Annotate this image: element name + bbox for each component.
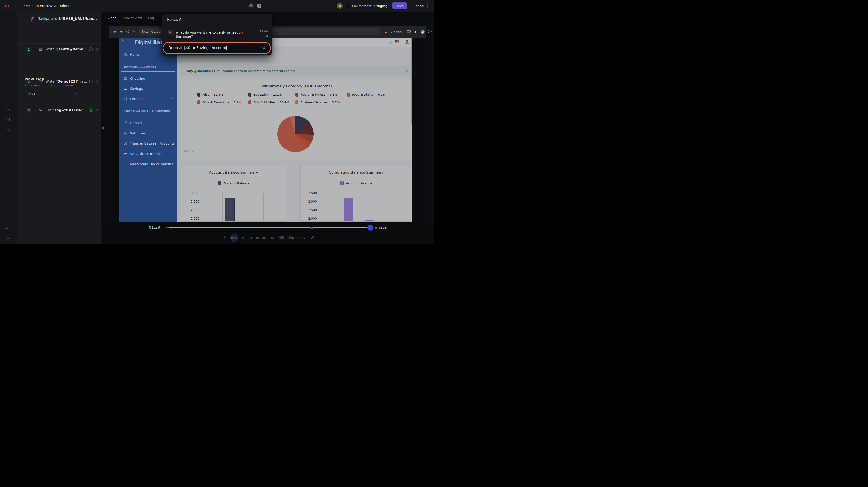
select-chevrons-icon — [75, 93, 77, 96]
cx-logo[interactable]: cx — [5, 3, 9, 8]
breadcrumb-tests-link[interactable]: Tests — [22, 4, 30, 8]
step-text: Click — [45, 108, 55, 112]
bank-nav-withdraw[interactable]: Withdraw — [119, 130, 177, 136]
bug-icon[interactable] — [249, 4, 253, 8]
legend-name: Bills & Utilities — [254, 100, 275, 104]
external-link-icon — [124, 97, 127, 100]
speed-0.5x[interactable]: 0.5x — [230, 234, 238, 242]
bank-nav-label: Checking — [130, 77, 145, 81]
check-circle-icon[interactable] — [89, 108, 93, 112]
legend-value: 5.2% — [332, 100, 340, 104]
speed-1x[interactable]: 1x — [242, 236, 245, 240]
speed-16x[interactable]: 16x — [269, 236, 275, 240]
legend-swatch — [248, 93, 251, 97]
account-balance-card: Account Balance Summary Account Balance … — [181, 166, 286, 222]
bar — [225, 198, 235, 221]
chevron-down-icon[interactable] — [11, 227, 14, 230]
timeline-track[interactable] — [166, 227, 369, 228]
step-row-1[interactable]: 1 Write "jsmith@demo.i... — [17, 26, 101, 43]
reload-icon[interactable] — [126, 30, 130, 33]
bank-nav-savings[interactable]: Savings› — [119, 85, 177, 92]
gear-icon[interactable] — [5, 226, 9, 230]
environment-icon — [346, 4, 349, 8]
legend-value: 12.4% — [214, 93, 223, 96]
speed-2x[interactable]: 2x — [248, 236, 252, 240]
back-icon[interactable] — [113, 30, 117, 33]
plus-icon[interactable] — [6, 237, 10, 240]
environment-value[interactable]: Staging — [374, 4, 388, 8]
bank-user-avatar[interactable] — [404, 39, 409, 45]
chrome-browser-icon — [421, 30, 425, 34]
pencil-square-icon — [124, 77, 127, 80]
panel-resize-handle[interactable] — [102, 125, 104, 130]
gridline — [222, 193, 223, 221]
gridline — [264, 193, 264, 221]
tab-log[interactable]: Log — [148, 12, 154, 25]
pencil-icon[interactable] — [95, 80, 99, 83]
step-row-3[interactable]: 3 Click Tag="BUTTON" ... — [17, 58, 101, 72]
send-icon[interactable] — [261, 46, 266, 51]
timeline-marker[interactable] — [310, 226, 313, 229]
y-axis-tick: 2,000 — [301, 217, 317, 220]
pie-legend-item: Gifts & Donations5.1% — [197, 100, 241, 104]
timestamp-hour: 11:00 — [259, 29, 268, 34]
flask-icon[interactable] — [6, 127, 10, 131]
tab-video[interactable]: Video — [107, 12, 116, 25]
bank-scrollbar[interactable] — [410, 37, 412, 222]
video-camera-icon[interactable] — [6, 106, 10, 111]
play-icon[interactable] — [223, 236, 227, 240]
bank-sidebar: Digital Bank HomeBANKING ACCOUNTSCheckin… — [119, 37, 177, 222]
credit-card-icon — [124, 162, 127, 166]
alert-close-icon[interactable]: ✕ — [405, 69, 408, 73]
step-text-post: ... — [83, 108, 88, 112]
prompt-input-value: Deposit $40 to Savings Account — [168, 46, 226, 50]
legend-value: 6.2% — [378, 93, 385, 96]
pencil-icon[interactable] — [95, 109, 99, 112]
check-circle-icon[interactable] — [89, 80, 93, 84]
video-viewport[interactable]: Digital Bank HomeBANKING ACCOUNTSCheckin… — [109, 37, 426, 222]
us-flag-icon[interactable] — [395, 40, 399, 43]
speed-4x[interactable]: 4x — [255, 236, 259, 240]
tab-copilot-view[interactable]: Copilot view — [123, 12, 142, 25]
pie-legend-item: Food & Dining6.2% — [347, 93, 385, 97]
timeline-handle[interactable] — [367, 224, 373, 231]
command-select[interactable]: Click — [25, 91, 81, 98]
forward-icon[interactable] — [119, 30, 123, 33]
info-icon[interactable] — [428, 30, 432, 34]
legend-value: 13.3% — [273, 93, 283, 96]
cancel-button[interactable]: Cancel — [410, 2, 428, 9]
bar — [344, 198, 353, 221]
navigate-step-row[interactable]: Navigate to ${BASE_URL}/ban... — [17, 12, 101, 26]
breadcrumb-separator: › — [32, 4, 33, 7]
bank-nav-label: Withdraw — [130, 131, 146, 135]
avatar[interactable]: B — [337, 3, 343, 9]
bank-logo-light: Digital — [135, 40, 153, 45]
bank-nav-checking[interactable]: Checking› — [119, 75, 177, 82]
fullscreen-icon[interactable] — [310, 236, 314, 240]
command-select-value: Click — [28, 93, 36, 96]
bank-nav-label: VISA Direct Transfer — [130, 152, 163, 156]
live-label[interactable]: LIVE — [379, 226, 387, 230]
y-axis-tick: 2,000 — [181, 217, 199, 220]
save-button[interactable]: Save — [392, 2, 407, 9]
bank-nav-external[interactable]: External› — [119, 95, 177, 102]
step-row-2[interactable]: 2 Write "Demo123!" in ... — [17, 43, 101, 58]
tree-structure-icon[interactable] — [6, 117, 10, 121]
bank-nav-visa-direct-transfer[interactable]: VISA Direct Transfer — [119, 150, 177, 157]
divider — [121, 71, 175, 72]
prompt-input[interactable]: Deposit $40 to Savings Account — [163, 42, 271, 54]
skip-inactive-toggle[interactable] — [278, 236, 284, 239]
navigate-step-url: ${BASE_URL}/ban... — [58, 17, 97, 21]
sparkline-icon — [184, 149, 194, 153]
bank-nav-label: Mastercard Direct Transfer — [130, 162, 174, 166]
help-icon[interactable]: ? — [257, 4, 261, 8]
bank-help-icon[interactable]: ? — [388, 40, 392, 44]
monitor-icon[interactable] — [407, 30, 411, 34]
withdraw-category-card: Withdraw By Category (Last 3 Months) Mis… — [181, 80, 412, 160]
shuffle-icon — [124, 142, 127, 145]
speed-8x[interactable]: 8x — [262, 236, 266, 240]
left-icon-rail — [0, 12, 17, 243]
bank-nav-deposit[interactable]: Deposit — [119, 119, 177, 126]
bank-nav-mastercard-direct-transfer[interactable]: Mastercard Direct Transfer — [119, 161, 177, 168]
bank-nav-transfer-between-accounts[interactable]: Transfer Between Accounts — [119, 140, 177, 147]
